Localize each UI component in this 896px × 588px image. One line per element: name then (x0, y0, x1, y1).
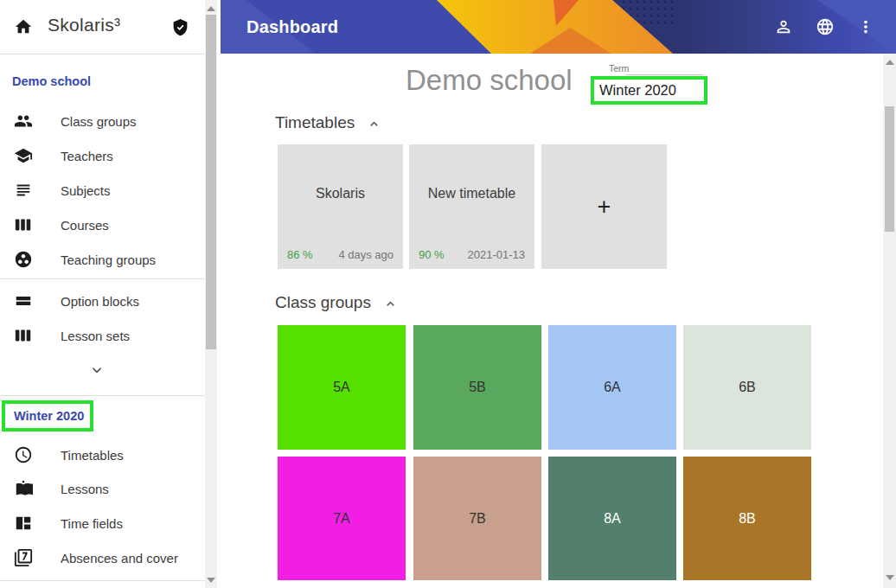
sidebar-item-label: Class groups (61, 114, 137, 129)
globe-icon[interactable] (816, 17, 835, 36)
timetable-updated: 2021-01-13 (468, 248, 526, 261)
more-vert-icon[interactable] (856, 17, 875, 36)
timetable-progress: 86 % (287, 248, 313, 261)
list-lines-icon (14, 181, 33, 200)
sidebar-item-label: Absences and cover (61, 551, 178, 566)
timetable-progress: 90 % (419, 248, 445, 261)
sidebar-term-link[interactable]: Winter 2020 (14, 409, 84, 423)
class-groups-section-header: Class groups (275, 293, 397, 312)
sidebar-header: Skolaris³ (0, 0, 205, 54)
sidebar-item-label: Lesson sets (61, 329, 130, 343)
sidebar-item-lesson-sets[interactable]: Lesson sets (0, 318, 204, 353)
class-group-tile-5b[interactable]: 5B (413, 325, 541, 450)
clock-icon (14, 445, 33, 464)
sidebar-item-time-fields[interactable]: Time fields (0, 506, 204, 540)
class-group-tile-8b[interactable]: 8B (683, 457, 811, 580)
sidebar-item-lessons[interactable]: Lessons (0, 471, 204, 506)
sidebar-item-courses[interactable]: Courses (0, 208, 204, 242)
sidebar-item-label: Courses (61, 218, 109, 233)
topbar: Dashboard (221, 0, 896, 54)
class-group-tile-8a[interactable]: 8A (548, 457, 676, 580)
sidebar-item-teaching-groups[interactable]: Teaching groups (0, 242, 204, 277)
sidebar-scrollbar-thumb[interactable] (206, 15, 216, 349)
divider (0, 54, 205, 54)
timetable-name: New timetable (409, 144, 534, 243)
divider (0, 580, 205, 581)
term-link-annotation: Winter 2020 (2, 400, 93, 431)
calendar-7-icon (14, 548, 33, 567)
scroll-down-arrow-icon[interactable] (207, 578, 215, 583)
timetable-updated: 4 days ago (338, 248, 394, 261)
group-work-icon (14, 250, 33, 269)
sidebar-item-label: Teaching groups (61, 252, 156, 267)
term-select[interactable]: Winter 2020 (594, 82, 676, 99)
sidebar-item-label: Lessons (61, 482, 109, 496)
chevron-up-icon[interactable] (384, 297, 397, 310)
sidebar-item-label: Time fields (61, 516, 123, 531)
sidebar-item-teachers[interactable]: Teachers (0, 138, 204, 173)
timetable-card-new-timetable[interactable]: New timetable 90 % 2021-01-13 (409, 144, 534, 269)
app-title: Skolaris³ (48, 15, 120, 35)
scroll-up-arrow-icon[interactable] (886, 60, 894, 65)
graduation-cap-icon (14, 146, 33, 165)
shield-check-icon[interactable] (171, 18, 189, 36)
chevron-down-icon[interactable] (89, 362, 105, 378)
timetable-meta: 90 % 2021-01-13 (419, 248, 525, 261)
sidebar-item-label: Option blocks (61, 294, 139, 309)
columns-icon (14, 215, 33, 234)
sidebar-school-link[interactable]: Demo school (12, 74, 91, 88)
class-group-tile-6a[interactable]: 6A (548, 325, 676, 450)
class-group-tile-5a[interactable]: 5A (278, 325, 406, 450)
main-scrollbar-thumb[interactable] (885, 106, 894, 232)
page-title: Dashboard (246, 17, 338, 37)
term-field-border (626, 74, 704, 75)
sidebar: Skolaris³ Demo school Class groups Teach… (0, 0, 205, 588)
sidebar-item-class-groups[interactable]: Class groups (0, 104, 204, 138)
dashboard-grid-icon (14, 514, 33, 533)
school-title: Demo school (406, 64, 573, 97)
timetables-section-header: Timetables (275, 113, 381, 132)
person-icon[interactable] (774, 17, 793, 36)
stacked-bars-icon (14, 291, 33, 310)
sidebar-item-label: Subjects (61, 183, 111, 198)
chevron-up-icon[interactable] (368, 118, 381, 131)
sidebar-item-option-blocks[interactable]: Option blocks (0, 284, 204, 318)
divider (0, 395, 205, 396)
app-window: Skolaris³ Demo school Class groups Teach… (0, 0, 896, 588)
sidebar-scrollbar[interactable] (205, 0, 217, 588)
add-timetable-card[interactable]: + (541, 144, 667, 269)
sidebar-item-timetables[interactable]: Timetables (0, 438, 204, 472)
section-title: Timetables (275, 113, 355, 132)
section-title: Class groups (275, 293, 371, 312)
term-field-label: Term (609, 63, 629, 74)
timetable-meta: 86 % 4 days ago (287, 248, 394, 261)
sidebar-item-subjects[interactable]: Subjects (0, 173, 204, 208)
timetable-card-skolaris[interactable]: Skolaris 86 % 4 days ago (278, 144, 403, 269)
sidebar-item-label: Teachers (61, 149, 113, 163)
class-group-tile-7a[interactable]: 7A (278, 457, 406, 580)
people-icon (14, 112, 33, 131)
scroll-up-arrow-icon[interactable] (207, 6, 215, 11)
divider (0, 278, 205, 279)
class-group-tile-6b[interactable]: 6B (683, 325, 811, 450)
sidebar-item-label: Timetables (61, 448, 124, 463)
scroll-down-arrow-icon[interactable] (886, 575, 894, 580)
home-icon[interactable] (14, 17, 33, 36)
plus-icon: + (541, 144, 667, 269)
book-icon (14, 479, 33, 498)
timetable-name: Skolaris (278, 144, 403, 243)
term-field-annotation: Winter 2020 (591, 76, 707, 105)
main-scrollbar[interactable] (883, 54, 896, 588)
sidebar-item-absences-and-cover[interactable]: Absences and cover (0, 540, 204, 575)
columns-icon (14, 326, 33, 345)
class-group-tile-7b[interactable]: 7B (413, 457, 541, 580)
